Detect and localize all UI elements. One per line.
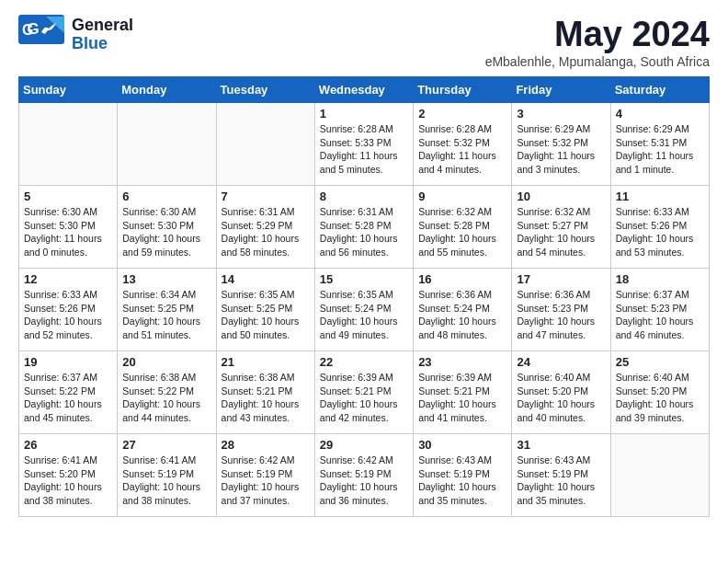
calendar-cell: 20Sunrise: 6:38 AMSunset: 5:22 PMDayligh… [118, 351, 216, 434]
calendar-cell: 13Sunrise: 6:34 AMSunset: 5:25 PMDayligh… [118, 269, 216, 351]
calendar-cell: 7Sunrise: 6:31 AMSunset: 5:29 PMDaylight… [216, 186, 314, 269]
day-info: Sunrise: 6:30 AMSunset: 5:30 PMDaylight:… [122, 205, 210, 259]
calendar-cell: 25Sunrise: 6:40 AMSunset: 5:20 PMDayligh… [610, 351, 709, 434]
title-section: May 2024 eMbalenhle, Mpumalanga, South A… [485, 15, 710, 69]
calendar-cell: 29Sunrise: 6:42 AMSunset: 5:19 PMDayligh… [314, 434, 413, 517]
calendar-cell: 21Sunrise: 6:38 AMSunset: 5:21 PMDayligh… [216, 351, 314, 434]
weekday-header-tuesday: Tuesday [216, 77, 314, 103]
week-row-2: 5Sunrise: 6:30 AMSunset: 5:30 PMDaylight… [19, 186, 710, 269]
day-info: Sunrise: 6:37 AMSunset: 5:23 PMDaylight:… [616, 288, 704, 342]
day-number: 13 [122, 272, 210, 286]
day-info: Sunrise: 6:39 AMSunset: 5:21 PMDaylight:… [320, 371, 408, 425]
weekday-header-sunday: Sunday [19, 77, 118, 103]
day-number: 6 [122, 190, 210, 203]
weekday-header-wednesday: Wednesday [314, 77, 413, 103]
calendar-cell: 4Sunrise: 6:29 AMSunset: 5:31 PMDaylight… [610, 103, 709, 186]
day-info: Sunrise: 6:28 AMSunset: 5:32 PMDaylight:… [418, 122, 506, 177]
day-info: Sunrise: 6:43 AMSunset: 5:19 PMDaylight:… [418, 454, 506, 508]
day-number: 2 [418, 107, 506, 121]
day-number: 10 [517, 190, 605, 203]
day-number: 15 [320, 272, 408, 286]
calendar-cell: 14Sunrise: 6:35 AMSunset: 5:25 PMDayligh… [216, 269, 314, 351]
day-number: 26 [24, 438, 112, 452]
day-number: 31 [517, 438, 605, 452]
day-number: 4 [616, 107, 704, 121]
calendar-table: SundayMondayTuesdayWednesdayThursdayFrid… [18, 76, 710, 517]
calendar-cell: 8Sunrise: 6:31 AMSunset: 5:28 PMDaylight… [314, 186, 413, 269]
calendar-cell: 15Sunrise: 6:35 AMSunset: 5:24 PMDayligh… [314, 269, 413, 351]
calendar-cell: 11Sunrise: 6:33 AMSunset: 5:26 PMDayligh… [610, 186, 709, 269]
day-number: 25 [616, 355, 704, 369]
day-number: 28 [222, 438, 310, 452]
day-info: Sunrise: 6:38 AMSunset: 5:21 PMDaylight:… [222, 371, 310, 425]
calendar-cell: 23Sunrise: 6:39 AMSunset: 5:21 PMDayligh… [414, 351, 512, 434]
calendar-cell: 3Sunrise: 6:29 AMSunset: 5:32 PMDaylight… [512, 103, 610, 186]
day-number: 27 [122, 438, 210, 452]
day-info: Sunrise: 6:29 AMSunset: 5:32 PMDaylight:… [517, 122, 605, 177]
day-info: Sunrise: 6:36 AMSunset: 5:23 PMDaylight:… [517, 288, 605, 342]
day-number: 19 [24, 355, 112, 369]
calendar-cell: 24Sunrise: 6:40 AMSunset: 5:20 PMDayligh… [512, 351, 610, 434]
calendar-cell [19, 103, 118, 186]
week-row-5: 26Sunrise: 6:41 AMSunset: 5:20 PMDayligh… [19, 434, 710, 517]
day-info: Sunrise: 6:39 AMSunset: 5:21 PMDaylight:… [418, 371, 506, 425]
day-number: 9 [418, 190, 506, 203]
day-info: Sunrise: 6:36 AMSunset: 5:24 PMDaylight:… [418, 288, 506, 342]
day-info: Sunrise: 6:31 AMSunset: 5:29 PMDaylight:… [222, 205, 310, 259]
week-row-1: 1Sunrise: 6:28 AMSunset: 5:33 PMDaylight… [19, 103, 710, 186]
calendar-cell: 19Sunrise: 6:37 AMSunset: 5:22 PMDayligh… [19, 351, 118, 434]
calendar-cell: 16Sunrise: 6:36 AMSunset: 5:24 PMDayligh… [414, 269, 512, 351]
day-number: 11 [616, 190, 704, 203]
day-info: Sunrise: 6:32 AMSunset: 5:28 PMDaylight:… [418, 205, 506, 259]
calendar-cell: 2Sunrise: 6:28 AMSunset: 5:32 PMDaylight… [414, 103, 512, 186]
logo: G G General Blue [18, 15, 133, 55]
day-number: 1 [320, 107, 408, 121]
logo-text-general: General [72, 17, 133, 35]
day-number: 3 [517, 107, 605, 121]
weekday-header-row: SundayMondayTuesdayWednesdayThursdayFrid… [19, 77, 710, 103]
calendar-cell [118, 103, 216, 186]
calendar-cell: 28Sunrise: 6:42 AMSunset: 5:19 PMDayligh… [216, 434, 314, 517]
day-info: Sunrise: 6:40 AMSunset: 5:20 PMDaylight:… [517, 371, 605, 425]
day-info: Sunrise: 6:35 AMSunset: 5:24 PMDaylight:… [320, 288, 408, 342]
day-number: 17 [517, 272, 605, 286]
day-info: Sunrise: 6:28 AMSunset: 5:33 PMDaylight:… [320, 122, 408, 177]
day-info: Sunrise: 6:33 AMSunset: 5:26 PMDaylight:… [24, 288, 112, 342]
calendar-cell: 5Sunrise: 6:30 AMSunset: 5:30 PMDaylight… [19, 186, 118, 269]
day-number: 24 [517, 355, 605, 369]
calendar-cell: 22Sunrise: 6:39 AMSunset: 5:21 PMDayligh… [314, 351, 413, 434]
day-number: 7 [222, 190, 310, 203]
calendar-cell: 10Sunrise: 6:32 AMSunset: 5:27 PMDayligh… [512, 186, 610, 269]
calendar-cell: 1Sunrise: 6:28 AMSunset: 5:33 PMDaylight… [314, 103, 413, 186]
day-info: Sunrise: 6:34 AMSunset: 5:25 PMDaylight:… [122, 288, 210, 342]
day-number: 18 [616, 272, 704, 286]
day-info: Sunrise: 6:37 AMSunset: 5:22 PMDaylight:… [24, 371, 112, 425]
day-info: Sunrise: 6:41 AMSunset: 5:19 PMDaylight:… [122, 454, 210, 508]
day-number: 30 [418, 438, 506, 452]
logo-text-blue: Blue [72, 35, 133, 53]
day-info: Sunrise: 6:38 AMSunset: 5:22 PMDaylight:… [122, 371, 210, 425]
calendar-cell: 9Sunrise: 6:32 AMSunset: 5:28 PMDaylight… [414, 186, 512, 269]
day-info: Sunrise: 6:30 AMSunset: 5:30 PMDaylight:… [24, 205, 112, 259]
day-info: Sunrise: 6:40 AMSunset: 5:20 PMDaylight:… [616, 371, 704, 425]
day-number: 22 [320, 355, 408, 369]
calendar-cell [216, 103, 314, 186]
location: eMbalenhle, Mpumalanga, South Africa [485, 54, 710, 69]
day-number: 29 [320, 438, 408, 452]
bird-icon [40, 23, 56, 36]
week-row-3: 12Sunrise: 6:33 AMSunset: 5:26 PMDayligh… [19, 269, 710, 351]
calendar-cell: 17Sunrise: 6:36 AMSunset: 5:23 PMDayligh… [512, 269, 610, 351]
day-info: Sunrise: 6:31 AMSunset: 5:28 PMDaylight:… [320, 205, 408, 259]
day-info: Sunrise: 6:32 AMSunset: 5:27 PMDaylight:… [517, 205, 605, 259]
page-header: G G General Blue May 2024 eMbalenhle, Mp… [0, 0, 728, 76]
day-info: Sunrise: 6:42 AMSunset: 5:19 PMDaylight:… [320, 454, 408, 508]
calendar-cell [610, 434, 709, 517]
weekday-header-saturday: Saturday [610, 77, 709, 103]
calendar-cell: 18Sunrise: 6:37 AMSunset: 5:23 PMDayligh… [610, 269, 709, 351]
day-info: Sunrise: 6:41 AMSunset: 5:20 PMDaylight:… [24, 454, 112, 508]
day-number: 5 [24, 190, 112, 203]
calendar-cell: 27Sunrise: 6:41 AMSunset: 5:19 PMDayligh… [118, 434, 216, 517]
weekday-header-monday: Monday [118, 77, 216, 103]
day-info: Sunrise: 6:33 AMSunset: 5:26 PMDaylight:… [616, 205, 704, 259]
weekday-header-thursday: Thursday [414, 77, 512, 103]
